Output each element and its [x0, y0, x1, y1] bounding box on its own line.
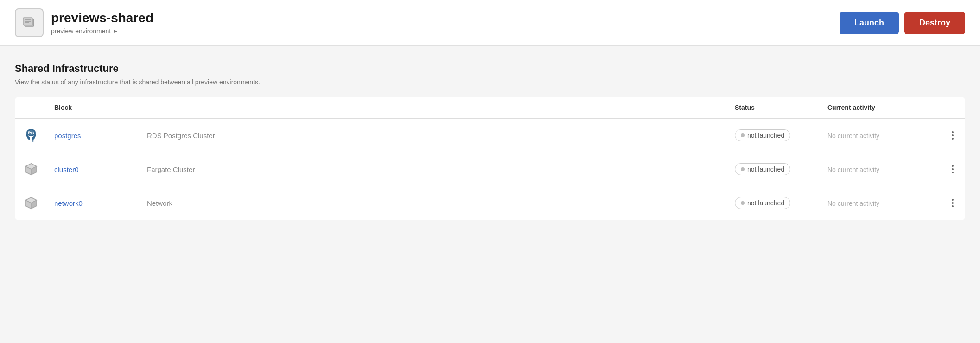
row-description-cell: Fargate Cluster — [140, 152, 727, 186]
cube-icon — [23, 161, 39, 178]
row-icon-cell — [15, 186, 47, 220]
dot3 — [952, 138, 954, 140]
status-badge-postgres: not launched — [735, 129, 790, 141]
block-link-cluster0[interactable]: cluster0 — [54, 165, 79, 173]
activity-text-network0: No current activity — [827, 200, 879, 207]
more-menu-button-cluster0[interactable] — [948, 163, 957, 175]
row-name-cell: network0 — [47, 186, 140, 220]
block-link-postgres[interactable]: postgres — [54, 132, 81, 140]
svg-text:PG: PG — [28, 131, 34, 135]
three-dots-icon — [952, 165, 954, 173]
three-dots-icon — [952, 199, 954, 207]
subtitle-text: preview environment — [51, 27, 111, 35]
section-subtitle: View the status of any infrastructure th… — [15, 78, 965, 86]
row-actions-cell — [941, 186, 965, 220]
row-activity-cell: No current activity — [820, 118, 941, 152]
row-status-cell: not launched — [727, 186, 820, 220]
infrastructure-table: Block Status Current activity PG — [15, 97, 965, 220]
activity-text-cluster0: No current activity — [827, 166, 879, 173]
row-description-cell: Network — [140, 186, 727, 220]
table-row: cluster0 Fargate Cluster not launched No… — [15, 152, 965, 186]
dot2 — [952, 168, 954, 170]
breadcrumb-arrow-icon: ► — [113, 28, 118, 34]
dot1 — [952, 199, 954, 201]
row-activity-cell: No current activity — [820, 186, 941, 220]
row-actions-cell — [941, 118, 965, 152]
status-dot-network0 — [741, 201, 745, 205]
col-header-block: Block — [47, 97, 140, 119]
table-header-row: Block Status Current activity — [15, 97, 965, 119]
dot3 — [952, 172, 954, 173]
status-badge-cluster0: not launched — [735, 163, 790, 175]
status-dot-postgres — [741, 133, 745, 137]
page-title: previews-shared — [51, 11, 153, 25]
row-activity-cell: No current activity — [820, 152, 941, 186]
main-content: Shared Infrastructure View the status of… — [0, 46, 980, 237]
block-link-network0[interactable]: network0 — [54, 199, 83, 207]
header-actions: Launch Destroy — [840, 12, 965, 34]
header-title-group: previews-shared preview environment ► — [51, 11, 153, 35]
row-description-cell: RDS Postgres Cluster — [140, 118, 727, 152]
dot3 — [952, 205, 954, 207]
launch-button[interactable]: Launch — [840, 12, 899, 34]
section-title: Shared Infrastructure — [15, 63, 965, 75]
row-name-cell: cluster0 — [47, 152, 140, 186]
row-icon-cell — [15, 152, 47, 186]
header-left: previews-shared preview environment ► — [15, 8, 153, 37]
col-header-description — [140, 97, 727, 119]
dot1 — [952, 131, 954, 133]
status-dot-cluster0 — [741, 167, 745, 171]
table-row: network0 Network not launched No current… — [15, 186, 965, 220]
row-actions-cell — [941, 152, 965, 186]
more-menu-button-network0[interactable] — [948, 197, 957, 209]
activity-text-postgres: No current activity — [827, 132, 879, 140]
row-name-cell: postgres — [47, 118, 140, 152]
col-header-icon — [15, 97, 47, 119]
status-text-postgres: not launched — [747, 132, 784, 139]
row-status-cell: not launched — [727, 118, 820, 152]
cube-icon — [23, 195, 39, 211]
col-header-activity: Current activity — [820, 97, 941, 119]
more-menu-button-postgres[interactable] — [948, 129, 957, 141]
header: previews-shared preview environment ► La… — [0, 0, 980, 46]
row-icon-cell: PG — [15, 118, 47, 152]
block-description-cluster0: Fargate Cluster — [147, 165, 195, 173]
status-text-network0: not launched — [747, 199, 784, 207]
row-status-cell: not launched — [727, 152, 820, 186]
block-description-network0: Network — [147, 199, 172, 207]
status-badge-network0: not launched — [735, 197, 790, 209]
dot2 — [952, 202, 954, 204]
block-description-postgres: RDS Postgres Cluster — [147, 132, 215, 140]
table-row: PG postgres RDS Postgres Cluster not lau… — [15, 118, 965, 152]
three-dots-icon — [952, 131, 954, 140]
postgres-icon: PG — [23, 127, 39, 144]
app-icon — [15, 8, 44, 37]
col-header-actions — [941, 97, 965, 119]
col-header-status: Status — [727, 97, 820, 119]
dot2 — [952, 134, 954, 136]
destroy-button[interactable]: Destroy — [904, 12, 965, 34]
status-text-cluster0: not launched — [747, 165, 784, 173]
dot1 — [952, 165, 954, 167]
header-subtitle: preview environment ► — [51, 27, 153, 35]
